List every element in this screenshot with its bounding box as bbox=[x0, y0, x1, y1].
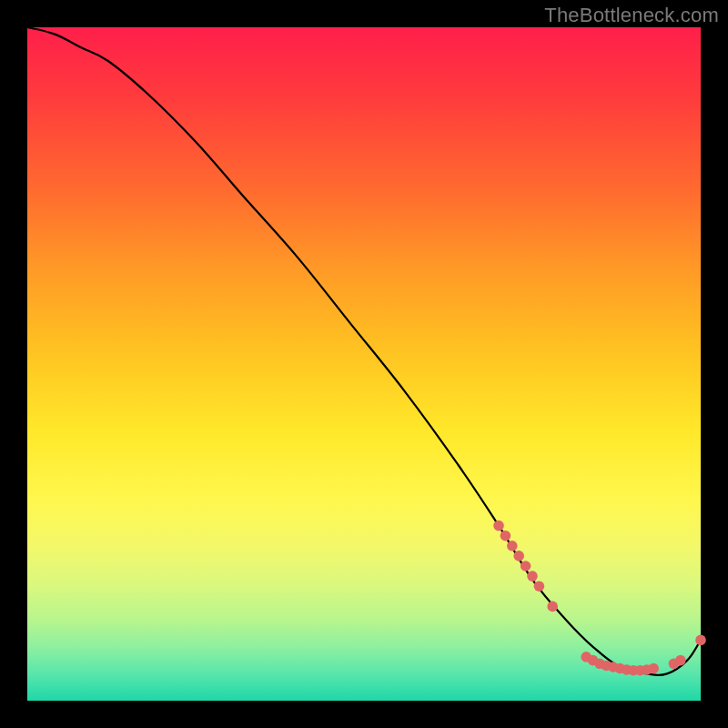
data-marker bbox=[527, 571, 538, 581]
data-marker bbox=[534, 581, 545, 592]
data-marker bbox=[500, 531, 511, 541]
data-marker bbox=[507, 541, 518, 551]
curve-line bbox=[27, 27, 701, 675]
data-marker bbox=[695, 635, 706, 646]
chart-svg bbox=[27, 27, 701, 701]
data-marker bbox=[648, 663, 659, 674]
plot-area bbox=[27, 27, 701, 701]
data-marker bbox=[493, 521, 504, 531]
data-marker bbox=[547, 602, 558, 612]
watermark-text: TheBottleneck.com bbox=[544, 4, 719, 27]
chart-container: TheBottleneck.com bbox=[0, 0, 728, 728]
data-marker bbox=[513, 551, 524, 561]
data-marker bbox=[675, 655, 686, 666]
data-marker bbox=[521, 561, 531, 571]
